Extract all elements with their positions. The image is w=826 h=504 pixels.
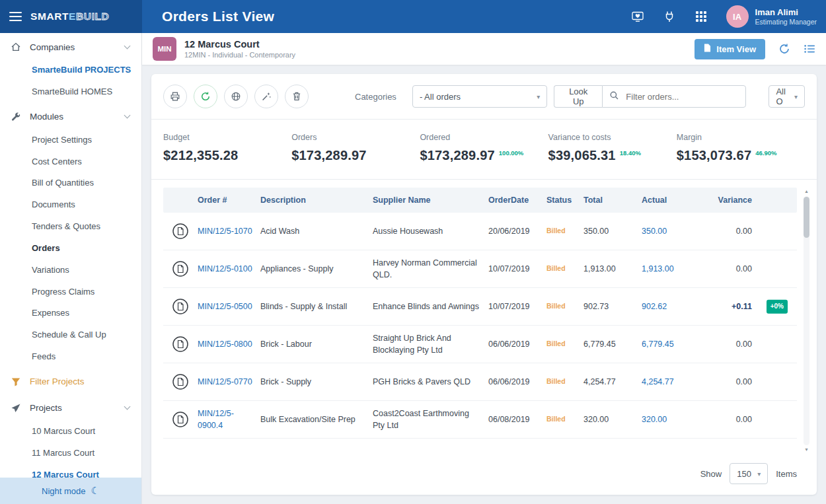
- filter-orders-input[interactable]: [624, 91, 739, 102]
- actual-value-link[interactable]: 902.62: [642, 295, 702, 318]
- sidebar-item[interactable]: Project Settings: [0, 129, 141, 151]
- column-header[interactable]: Order #: [198, 196, 260, 205]
- order-document-icon[interactable]: [172, 223, 189, 240]
- avatar[interactable]: IA: [726, 5, 749, 28]
- orders-filter-select[interactable]: All O ▾: [769, 85, 805, 108]
- categories-label: Categories: [355, 92, 396, 102]
- order-document-icon[interactable]: [172, 260, 189, 277]
- order-date: 06/06/2019: [488, 333, 546, 355]
- order-document-icon[interactable]: [172, 298, 189, 315]
- column-header[interactable]: Variance: [702, 196, 788, 205]
- order-number-link[interactable]: MIN/12/5-0500: [198, 295, 260, 318]
- refresh-orders-button[interactable]: [194, 85, 217, 108]
- user-name: Iman Alimi: [755, 7, 817, 18]
- actual-value-link[interactable]: 6,779.45: [642, 333, 702, 355]
- night-mode-toggle[interactable]: Night mode ☾: [0, 478, 141, 504]
- refresh-icon[interactable]: [778, 43, 790, 55]
- actual-value-link[interactable]: 350.00: [642, 220, 702, 242]
- sidebar-section-modules[interactable]: Modules: [0, 103, 141, 129]
- column-header[interactable]: Description: [260, 196, 373, 205]
- table-row[interactable]: MIN/12/5-0800Brick - LabourStraight Up B…: [163, 326, 797, 363]
- project-badge: MIN: [153, 37, 176, 61]
- variance-value: 0.00: [736, 227, 752, 236]
- sidebar-item[interactable]: Feeds: [0, 346, 141, 368]
- table-row[interactable]: MIN/12/5-0100Appliances - SupplyHarvey N…: [163, 250, 797, 288]
- apps-grid-icon[interactable]: [695, 10, 708, 23]
- actual-value-link[interactable]: 1,913.00: [642, 258, 702, 280]
- supplier-name: Straight Up Brick And Blocklaying Pty Lt…: [373, 327, 488, 361]
- night-mode-label: Night mode: [42, 486, 85, 496]
- actual-value-link[interactable]: 4,254.77: [642, 371, 702, 393]
- project-title-block: 12 Marcus Court 12MIN - Individual - Con…: [184, 39, 295, 59]
- total-value: 4,254.77: [583, 371, 642, 393]
- lookup-button[interactable]: Look Up: [554, 85, 602, 108]
- page-size-select[interactable]: 150 ▾: [730, 463, 768, 484]
- categories-select[interactable]: - All orders ▾: [412, 85, 547, 108]
- order-number-link[interactable]: MIN/12/5-0770: [198, 371, 260, 393]
- scrollbar-track[interactable]: [804, 196, 809, 445]
- sidebar-item[interactable]: Documents: [0, 194, 141, 216]
- column-header[interactable]: Actual: [642, 196, 702, 205]
- sidebar-item[interactable]: Orders: [0, 238, 141, 260]
- sidebar-item[interactable]: SmarteBuild PROJECTS: [0, 59, 141, 81]
- sidebar-item[interactable]: Expenses: [0, 303, 141, 324]
- sidebar-item[interactable]: SmarteBuild HOMES: [0, 81, 141, 103]
- sidebar-item[interactable]: Cost Centers: [0, 151, 141, 173]
- variance-cell: 0.00: [702, 258, 788, 280]
- caret-down-icon: ▾: [757, 470, 761, 478]
- table-scrollbar[interactable]: ▲ ▼: [802, 188, 811, 454]
- stat-label: Margin: [677, 133, 805, 142]
- document-icon: [704, 44, 711, 54]
- sidebar-item[interactable]: 11 Marcus Court: [0, 443, 141, 464]
- table-row[interactable]: MIN/12/5-0770Brick - SupplyPGH Bricks & …: [163, 363, 797, 401]
- order-document-icon[interactable]: [172, 336, 189, 353]
- magic-wand-button[interactable]: [254, 85, 278, 108]
- brand-area: SMARTEBUILD: [0, 0, 142, 33]
- show-label: Show: [700, 469, 722, 479]
- order-number-link[interactable]: MIN/12/5-0100: [198, 258, 260, 280]
- scroll-down-arrow[interactable]: ▼: [802, 446, 811, 454]
- item-view-button[interactable]: Item View: [695, 39, 765, 59]
- delete-button[interactable]: [285, 85, 309, 108]
- order-number-link[interactable]: MIN/12/5-0800: [198, 333, 260, 355]
- actual-value-link[interactable]: 320.00: [642, 408, 702, 431]
- status-badge: Billed: [546, 296, 583, 316]
- sidebar-section-companies[interactable]: Companies: [0, 33, 141, 59]
- column-header[interactable]: OrderDate: [488, 196, 546, 205]
- modules-list: Project SettingsCost CentersBill of Quan…: [0, 129, 141, 368]
- sidebar-filter-projects[interactable]: Filter Projects: [0, 368, 141, 394]
- globe-button[interactable]: [224, 85, 248, 108]
- sidebar-section-label: Modules: [30, 112, 116, 122]
- sidebar-item[interactable]: Progress Claims: [0, 281, 141, 303]
- hamburger-menu-icon[interactable]: [9, 9, 22, 24]
- column-header[interactable]: Total: [583, 196, 642, 205]
- column-header[interactable]: Status: [546, 196, 583, 205]
- order-date: 20/06/2019: [488, 220, 546, 242]
- order-date: 10/07/2019: [488, 258, 546, 280]
- list-view-icon[interactable]: [804, 43, 815, 55]
- scrollbar-thumb[interactable]: [804, 197, 809, 238]
- sidebar-item[interactable]: Tenders & Quotes: [0, 216, 141, 238]
- sidebar-item[interactable]: 10 Marcus Court: [0, 421, 141, 443]
- sidebar-item[interactable]: Variations: [0, 260, 141, 281]
- caret-down-icon: ▾: [794, 93, 798, 100]
- sidebar-item[interactable]: Schedule & Call Up: [0, 324, 141, 346]
- logo-text-build: BUILD: [76, 11, 109, 22]
- table-row[interactable]: MIN/12/5-0900.4Bulk Excavation/Site Prep…: [163, 401, 797, 439]
- print-button[interactable]: [163, 85, 187, 108]
- column-header[interactable]: Supplier Name: [373, 196, 488, 205]
- support-monitor-icon[interactable]: [631, 10, 644, 23]
- chevron-down-icon: [124, 112, 131, 119]
- scroll-up-arrow[interactable]: ▲: [802, 188, 811, 196]
- sidebar-section-projects[interactable]: Projects: [0, 394, 141, 421]
- order-number-link[interactable]: MIN/12/5-0900.4: [198, 402, 260, 437]
- order-number-link[interactable]: MIN/12/5-1070: [198, 220, 260, 242]
- order-document-icon[interactable]: [172, 373, 189, 390]
- user-menu[interactable]: IA Iman Alimi Estimating Manager: [726, 5, 817, 28]
- sidebar-item[interactable]: Bill of Quantities: [0, 172, 141, 194]
- table-row[interactable]: MIN/12/5-0500Blinds - Supply & InstallEn…: [163, 288, 797, 326]
- order-document-icon[interactable]: [172, 411, 189, 428]
- table-row[interactable]: MIN/12/5-1070Acid WashAussie Housewash20…: [163, 213, 797, 250]
- project-title: 12 Marcus Court: [184, 39, 295, 50]
- plug-icon[interactable]: [663, 10, 676, 23]
